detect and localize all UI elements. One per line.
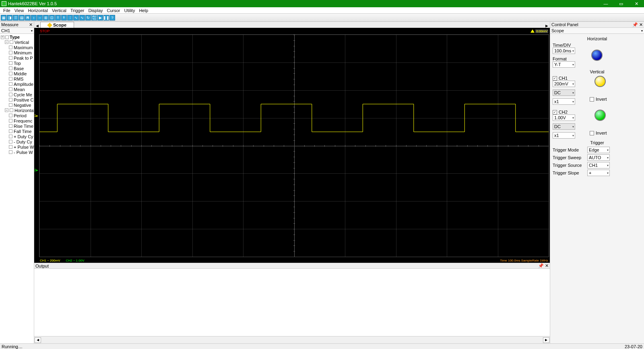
ch1-invert-checkbox[interactable]: [590, 97, 594, 102]
checkbox-icon[interactable]: [9, 124, 12, 128]
ch1-coupling-select[interactable]: DC: [553, 89, 575, 96]
ch2-checkbox[interactable]: ✓: [553, 110, 557, 114]
vertical-collapse-icon[interactable]: −: [5, 40, 8, 44]
tree-item[interactable]: Peak to P: [0, 55, 34, 60]
tree-item[interactable]: Period: [0, 113, 34, 118]
scroll-right-icon[interactable]: ▶: [543, 337, 549, 343]
tree-item[interactable]: Mean: [0, 87, 34, 92]
tree-item[interactable]: Base: [0, 66, 34, 71]
toolbar-btn-4[interactable]: ▤: [19, 15, 25, 21]
toolbar-btn-8[interactable]: ⊞: [43, 15, 49, 21]
scope-canvas[interactable]: [39, 34, 549, 257]
trigsrc-select[interactable]: CH1: [587, 162, 610, 168]
tree-item[interactable]: - Pulse W: [0, 150, 34, 155]
toolbar-btn-auto[interactable]: AUTO: [91, 15, 97, 21]
checkbox-icon[interactable]: [9, 103, 12, 107]
checkbox-icon[interactable]: [9, 98, 12, 102]
checkbox-icon[interactable]: [9, 72, 12, 75]
checkbox-icon[interactable]: [9, 61, 12, 65]
ch2-invert-checkbox[interactable]: [590, 131, 594, 135]
tree-item[interactable]: Maximum: [0, 45, 34, 50]
ch1-probe-select[interactable]: x1: [553, 98, 575, 105]
checkbox-icon[interactable]: [9, 77, 12, 81]
menu-cursor[interactable]: Cursor: [105, 8, 122, 13]
toolbar-btn-2[interactable]: ◨: [7, 15, 12, 21]
ch2-probe-select[interactable]: x1: [553, 132, 575, 139]
ch2-coupling-select[interactable]: DC: [553, 123, 575, 130]
control-pin-icon[interactable]: 📌: [632, 22, 638, 27]
toolbar-btn-9[interactable]: ⊡: [49, 15, 55, 21]
tree-item[interactable]: - Duty Cy: [0, 139, 34, 144]
tab-nav-left[interactable]: ◀: [34, 24, 40, 28]
checkbox-icon[interactable]: [9, 129, 12, 133]
control-close-icon[interactable]: ✕: [639, 22, 643, 27]
tree-item[interactable]: RMS: [0, 76, 34, 81]
toolbar-btn-help[interactable]: ?: [109, 15, 115, 21]
checkbox-icon[interactable]: [9, 140, 12, 143]
measure-close-icon[interactable]: ✕: [29, 22, 33, 27]
toolbar-btn-1[interactable]: ▦: [1, 15, 6, 21]
output-pin-icon[interactable]: 📌: [538, 263, 544, 268]
checkbox-icon[interactable]: [9, 66, 12, 70]
toolbar-btn-15[interactable]: ↻: [85, 15, 91, 21]
trigmode-select[interactable]: Edge: [587, 147, 610, 153]
checkbox-icon[interactable]: [9, 56, 12, 60]
horizontal-collapse-icon[interactable]: −: [5, 108, 8, 112]
output-close-icon[interactable]: ✕: [545, 263, 549, 268]
menu-file[interactable]: File: [2, 8, 12, 13]
menu-help[interactable]: Help: [137, 8, 150, 13]
checkbox-icon[interactable]: [9, 51, 12, 54]
checkbox-icon[interactable]: [9, 114, 12, 117]
tree-collapse-icon[interactable]: −: [1, 35, 4, 39]
tree-item[interactable]: Rise Time: [0, 123, 34, 129]
ch1-knob[interactable]: [594, 76, 606, 87]
tree-item[interactable]: Minimum: [0, 50, 34, 55]
trigsweep-select[interactable]: AUTO: [587, 154, 610, 161]
tree-item[interactable]: Middle: [0, 71, 34, 76]
menu-display[interactable]: Display: [87, 8, 104, 13]
toolbar-btn-12[interactable]: ⫶: [67, 15, 73, 21]
checkbox-icon[interactable]: [9, 150, 12, 154]
checkbox-icon[interactable]: [9, 46, 12, 49]
checkbox-icon[interactable]: [9, 93, 12, 96]
toolbar-btn-pause[interactable]: ❚❚: [103, 15, 109, 21]
ch1-checkbox[interactable]: ✓: [553, 76, 557, 81]
menu-vertical[interactable]: Vertical: [50, 8, 68, 13]
output-scrollbar[interactable]: ◀ ▶: [34, 336, 550, 343]
tree-item[interactable]: Cycle Me: [0, 92, 34, 97]
tab-nav-right[interactable]: ▶: [544, 24, 550, 28]
tree-item[interactable]: Positive C: [0, 97, 34, 102]
format-select[interactable]: Y-T: [553, 61, 575, 68]
menu-horizontal[interactable]: Horizontal: [26, 8, 50, 13]
toolbar-btn-play[interactable]: ▶: [97, 15, 103, 21]
tree-item[interactable]: Frequenc: [0, 118, 34, 123]
toolbar-btn-r[interactable]: R: [25, 15, 31, 21]
checkbox-icon[interactable]: [9, 87, 12, 91]
menu-view[interactable]: View: [13, 8, 26, 13]
toolbar-btn-3[interactable]: ☰: [13, 15, 19, 21]
trigslope-select[interactable]: +: [587, 170, 610, 176]
tab-scope[interactable]: Scope: [40, 22, 74, 28]
maximize-button[interactable]: ▭: [613, 0, 629, 7]
tree-item[interactable]: + Duty Cy: [0, 134, 34, 139]
checkbox-icon[interactable]: [9, 119, 12, 123]
timediv-select[interactable]: 100.0ms: [553, 48, 575, 54]
control-selector[interactable]: Scope ▾: [550, 28, 644, 34]
tree-item[interactable]: + Pulse W: [0, 144, 34, 150]
tree-item[interactable]: Top: [0, 60, 34, 66]
toolbar-btn-10[interactable]: ⫴: [55, 15, 61, 21]
toolbar-btn-6[interactable]: ↕: [31, 15, 37, 21]
toolbar-btn-14[interactable]: ∿: [79, 15, 85, 21]
toolbar-btn-13[interactable]: ∿: [73, 15, 79, 21]
toolbar-btn-11[interactable]: ⫵: [61, 15, 67, 21]
checkbox-icon[interactable]: [9, 135, 12, 138]
scroll-left-icon[interactable]: ◀: [35, 337, 41, 343]
measure-channel-select[interactable]: CH1 ▾: [0, 28, 34, 34]
tree-item[interactable]: Amplitude: [0, 81, 34, 87]
menu-utility[interactable]: Utility: [123, 8, 137, 13]
tree-item[interactable]: Fall Time: [0, 129, 34, 134]
toolbar-btn-7[interactable]: ↔: [37, 15, 43, 21]
close-button[interactable]: ✕: [629, 0, 644, 7]
ch1-voltdiv-select[interactable]: 200mV: [553, 81, 575, 87]
ch2-voltdiv-select[interactable]: 1.00V: [553, 114, 575, 121]
